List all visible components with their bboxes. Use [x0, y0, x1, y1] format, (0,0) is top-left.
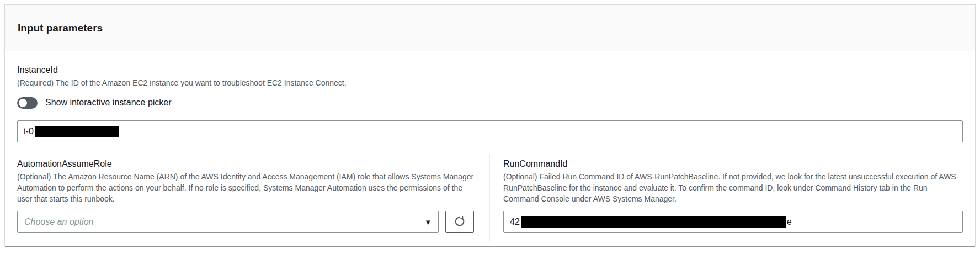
instance-id-label: InstanceId [17, 64, 963, 76]
automation-assume-role-controls: Choose an option ▼ [17, 211, 474, 233]
refresh-button[interactable] [445, 211, 474, 233]
panel-title: Input parameters [18, 22, 103, 34]
automation-assume-role-description: (Optional) The Amazon Resource Name (ARN… [17, 171, 474, 204]
two-column-section: AutomationAssumeRole (Optional) The Amaz… [17, 154, 963, 242]
redaction-box [521, 216, 786, 228]
instance-picker-toggle-label: Show interactive instance picker [45, 98, 172, 108]
panel-header: Input parameters [5, 5, 975, 51]
run-command-id-description: (Optional) Failed Run Command ID of AWS-… [503, 171, 963, 204]
automation-assume-role-section: AutomationAssumeRole (Optional) The Amaz… [17, 154, 490, 242]
run-command-id-input[interactable]: 42 e [503, 211, 963, 233]
run-command-id-label: RunCommandId [503, 158, 963, 170]
instance-id-section: InstanceId (Required) The ID of the Amaz… [17, 51, 963, 142]
toggle-knob-icon [19, 99, 27, 107]
refresh-icon [454, 215, 466, 229]
input-parameters-panel: Input parameters InstanceId (Required) T… [4, 4, 976, 246]
automation-assume-role-select[interactable]: Choose an option ▼ [17, 211, 439, 233]
instance-picker-toggle-row: Show interactive instance picker [17, 94, 963, 112]
caret-down-icon: ▼ [424, 219, 432, 226]
instance-id-input[interactable]: i-0 [17, 120, 963, 142]
automation-assume-role-label: AutomationAssumeRole [17, 158, 474, 170]
run-command-id-value-prefix: 42 [510, 217, 520, 227]
select-placeholder: Choose an option [24, 217, 93, 227]
instance-id-description: (Required) The ID of the Amazon EC2 inst… [17, 77, 963, 88]
run-command-id-section: RunCommandId (Optional) Failed Run Comma… [490, 154, 963, 242]
run-command-id-value-suffix: e [787, 217, 792, 227]
redaction-box [35, 126, 119, 137]
instance-id-value-prefix: i-0 [24, 126, 34, 136]
panel-body: InstanceId (Required) The ID of the Amaz… [5, 51, 975, 242]
instance-picker-toggle[interactable] [17, 97, 38, 109]
